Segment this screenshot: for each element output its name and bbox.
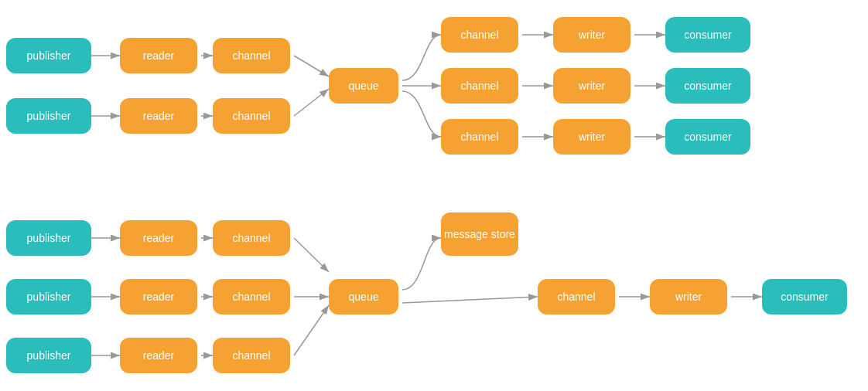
channel-8: channel (213, 338, 290, 373)
svg-line-6 (294, 89, 329, 116)
message-store: message store (441, 212, 518, 256)
channel-5: channel (441, 119, 518, 155)
publisher-4: publisher (6, 279, 91, 314)
writer-1: writer (553, 17, 630, 53)
writer-3: writer (553, 119, 630, 155)
channel-6: channel (213, 220, 290, 256)
reader-4: reader (120, 279, 197, 314)
channel-3: channel (441, 17, 518, 53)
channel-7: channel (213, 279, 290, 314)
consumer-1: consumer (665, 17, 750, 53)
channel-9: channel (538, 279, 615, 314)
publisher-1: publisher (6, 38, 91, 73)
svg-line-23 (402, 297, 538, 303)
reader-5: reader (120, 338, 197, 373)
channel-2: channel (213, 98, 290, 134)
publisher-3: publisher (6, 220, 91, 256)
svg-line-22 (294, 305, 329, 355)
reader-1: reader (120, 38, 197, 73)
channel-4: channel (441, 68, 518, 104)
svg-line-3 (294, 56, 329, 76)
diagram: publisher publisher reader reader channe… (0, 0, 868, 391)
queue-2: queue (329, 279, 398, 314)
svg-line-16 (294, 238, 329, 272)
queue-1: queue (329, 68, 398, 104)
channel-1: channel (213, 38, 290, 73)
publisher-2: publisher (6, 98, 91, 134)
writer-2: writer (553, 68, 630, 104)
writer-4: writer (650, 279, 727, 314)
consumer-4: consumer (762, 279, 847, 314)
consumer-2: consumer (665, 68, 750, 104)
consumer-3: consumer (665, 119, 750, 155)
reader-2: reader (120, 98, 197, 134)
reader-3: reader (120, 220, 197, 256)
publisher-5: publisher (6, 338, 91, 373)
